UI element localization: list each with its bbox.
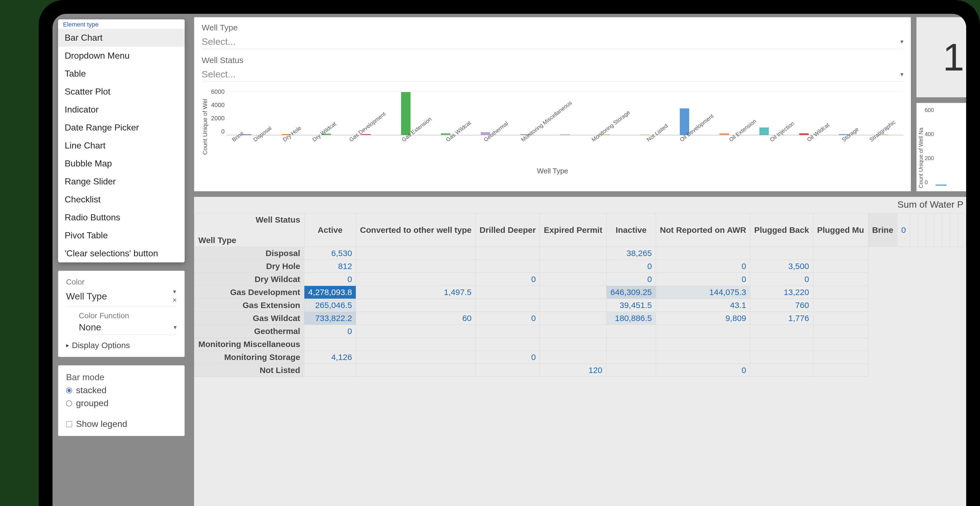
pivot-cell[interactable] (656, 247, 750, 260)
pivot-cell[interactable] (304, 338, 356, 351)
pivot-cell[interactable]: 9,809 (656, 312, 750, 325)
pivot-cell[interactable] (476, 260, 539, 273)
pivot-cell[interactable] (813, 364, 868, 377)
display-options-expander[interactable]: ▸ Display Options (66, 341, 177, 350)
pivot-row-header[interactable]: Gas Wildcat (194, 312, 304, 325)
pivot-cell[interactable] (476, 325, 539, 338)
pivot-cell[interactable]: 4,126 (304, 351, 356, 364)
pivot-cell[interactable]: 39,451.5 (606, 299, 656, 312)
well-type-bar-chart[interactable]: Count Unique of Wel 6000400020000 BrineD… (202, 88, 904, 165)
pivot-cell[interactable] (476, 286, 539, 299)
pivot-cell[interactable] (918, 213, 926, 247)
dropdown-option[interactable]: Pivot Table (58, 226, 185, 244)
pivot-cell[interactable]: 0 (606, 260, 656, 273)
pivot-row-header[interactable]: Geothermal (194, 325, 304, 338)
radio-grouped[interactable]: grouped (66, 398, 177, 408)
pivot-cell[interactable] (606, 351, 656, 364)
pivot-cell[interactable]: 0 (606, 273, 656, 286)
dropdown-option[interactable]: Checklist (58, 191, 185, 208)
pivot-cell[interactable] (540, 273, 606, 286)
pivot-cell[interactable] (958, 213, 966, 247)
pivot-cell[interactable] (750, 338, 813, 351)
pivot-cell[interactable]: 38,265 (606, 247, 656, 260)
pivot-cell[interactable] (304, 364, 356, 377)
pivot-cell[interactable] (540, 338, 606, 351)
pivot-cell[interactable] (540, 299, 606, 312)
pivot-cell[interactable] (540, 247, 606, 260)
pivot-cell[interactable] (540, 351, 606, 364)
pivot-cell[interactable] (813, 260, 868, 273)
pivot-row-header[interactable]: Monitoring Storage (194, 351, 304, 364)
pivot-cell[interactable] (356, 247, 476, 260)
show-legend-check[interactable]: Show legend (66, 419, 177, 429)
pivot-cell[interactable] (356, 325, 476, 338)
color-select[interactable]: Well Type ▾ × (66, 288, 177, 306)
pivot-cell[interactable]: 0 (656, 273, 750, 286)
pivot-row-header[interactable]: Brine (868, 213, 897, 247)
element-type-dropdown[interactable]: Element type Bar ChartDropdown MenuTable… (58, 19, 185, 263)
pivot-col-header[interactable]: Plugged Mu (813, 213, 868, 247)
clear-icon[interactable]: × (172, 296, 177, 304)
dropdown-option[interactable]: 'Clear selections' button (58, 244, 185, 263)
pivot-cell[interactable] (606, 364, 656, 377)
pivot-col-header[interactable]: Inactive (606, 213, 656, 247)
pivot-cell[interactable]: 13,220 (750, 286, 813, 299)
pivot-cell[interactable]: 144,075.3 (656, 286, 750, 299)
pivot-cell[interactable] (750, 364, 813, 377)
pivot-row-header[interactable]: Monitoring Miscellaneous (194, 338, 304, 351)
pivot-row-header[interactable]: Disposal (194, 247, 304, 260)
pivot-cell[interactable]: 6,530 (304, 247, 356, 260)
well-status-select[interactable]: Select... ▾ (202, 67, 904, 81)
dropdown-option[interactable]: Dropdown Menu (58, 47, 185, 65)
pivot-cell[interactable] (476, 299, 539, 312)
dropdown-option[interactable]: Bubble Map (58, 154, 185, 173)
dropdown-option[interactable]: Scatter Plot (58, 83, 185, 101)
pivot-cell[interactable] (950, 213, 958, 247)
pivot-cell[interactable] (356, 351, 476, 364)
pivot-cell[interactable]: 733,822.2 (304, 312, 356, 325)
pivot-cell[interactable]: 265,046.5 (304, 299, 356, 312)
pivot-cell[interactable] (476, 364, 539, 377)
pivot-cell[interactable]: 120 (540, 364, 606, 377)
dropdown-option[interactable]: Indicator (58, 101, 185, 119)
pivot-row-header[interactable]: Dry Wildcat (194, 273, 304, 286)
pivot-cell[interactable]: 0 (476, 351, 539, 364)
pivot-cell[interactable]: 0 (476, 273, 539, 286)
pivot-cell[interactable] (750, 351, 813, 364)
pivot-cell[interactable] (926, 213, 934, 247)
pivot-col-header[interactable]: Plugged Back (750, 213, 813, 247)
pivot-cell[interactable] (813, 338, 868, 351)
pivot-cell[interactable] (540, 325, 606, 338)
pivot-cell[interactable]: 812 (304, 260, 356, 273)
pivot-col-header[interactable]: Not Reported on AWR (656, 213, 750, 247)
pivot-cell[interactable] (813, 325, 868, 338)
pivot-cell[interactable]: 1,776 (750, 312, 813, 325)
pivot-cell[interactable] (356, 299, 476, 312)
pivot-cell[interactable]: 0 (897, 213, 910, 247)
pivot-cell[interactable] (656, 351, 750, 364)
pivot-cell[interactable] (813, 351, 868, 364)
pivot-cell[interactable]: 0 (304, 325, 356, 338)
pivot-cell[interactable]: 646,309.25 (606, 286, 656, 299)
pivot-cell[interactable]: 180,886.5 (606, 312, 656, 325)
pivot-cell[interactable] (934, 213, 942, 247)
pivot-cell[interactable]: 3,500 (750, 260, 813, 273)
bar[interactable] (401, 92, 410, 135)
pivot-cell[interactable]: 760 (750, 299, 813, 312)
pivot-cell[interactable]: 0 (750, 273, 813, 286)
pivot-cell[interactable] (476, 247, 539, 260)
color-fn-select[interactable]: None ▾ (79, 322, 177, 334)
pivot-col-header[interactable]: Active (304, 213, 356, 247)
pivot-cell[interactable] (356, 260, 476, 273)
pivot-cell[interactable] (606, 338, 656, 351)
pivot-cell[interactable] (540, 286, 606, 299)
dropdown-option[interactable]: Radio Buttons (58, 208, 185, 226)
dropdown-option[interactable]: Bar Chart (58, 29, 185, 47)
pivot-cell[interactable]: 60 (356, 312, 476, 325)
dropdown-option[interactable]: Range Slider (58, 173, 185, 191)
pivot-cell[interactable]: 0 (304, 273, 356, 286)
pivot-cell[interactable] (750, 325, 813, 338)
pivot-cell[interactable] (942, 213, 950, 247)
pivot-cell[interactable] (910, 213, 918, 247)
pivot-cell[interactable]: 0 (476, 312, 539, 325)
